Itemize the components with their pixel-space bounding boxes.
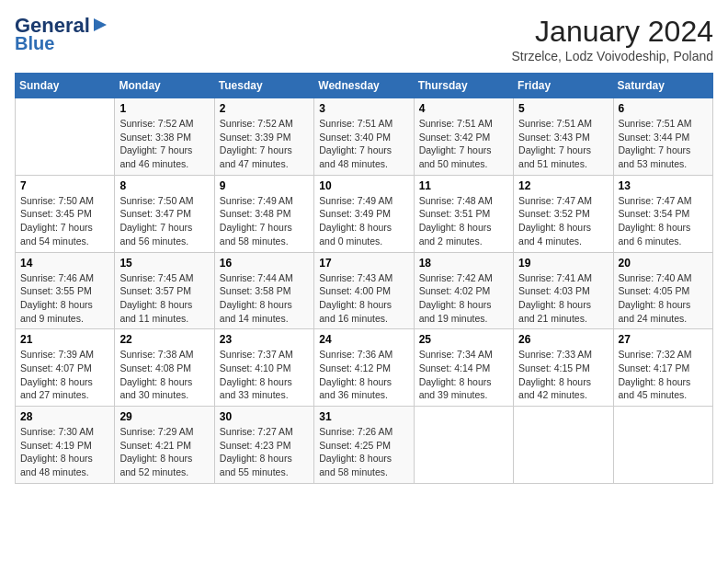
day-number: 26 xyxy=(518,333,608,346)
calendar-cell: 14Sunrise: 7:46 AMSunset: 3:55 PMDayligh… xyxy=(16,252,115,329)
calendar-cell xyxy=(613,407,712,484)
calendar-cell: 29Sunrise: 7:29 AMSunset: 4:21 PMDayligh… xyxy=(115,407,214,484)
location: Strzelce, Lodz Voivodeship, Poland xyxy=(512,49,713,63)
weekday-header-monday: Monday xyxy=(115,74,214,98)
calendar-cell: 6Sunrise: 7:51 AMSunset: 3:44 PMDaylight… xyxy=(613,98,712,176)
calendar-cell: 16Sunrise: 7:44 AMSunset: 3:58 PMDayligh… xyxy=(214,252,313,329)
calendar-cell: 13Sunrise: 7:47 AMSunset: 3:54 PMDayligh… xyxy=(613,175,712,252)
day-number: 7 xyxy=(20,179,109,192)
day-number: 14 xyxy=(20,257,109,270)
calendar-cell: 2Sunrise: 7:52 AMSunset: 3:39 PMDaylight… xyxy=(214,98,313,176)
calendar-cell: 18Sunrise: 7:42 AMSunset: 4:02 PMDayligh… xyxy=(414,252,513,329)
day-info: Sunrise: 7:27 AMSunset: 4:23 PMDaylight:… xyxy=(220,425,309,479)
calendar-cell xyxy=(16,98,115,176)
day-info: Sunrise: 7:52 AMSunset: 3:39 PMDaylight:… xyxy=(220,117,309,171)
logo-icon xyxy=(92,17,108,33)
calendar-cell: 24Sunrise: 7:36 AMSunset: 4:12 PMDayligh… xyxy=(314,329,414,407)
day-number: 18 xyxy=(419,257,508,270)
day-number: 11 xyxy=(419,179,508,192)
day-number: 4 xyxy=(419,102,508,115)
day-info: Sunrise: 7:38 AMSunset: 4:08 PMDaylight:… xyxy=(119,348,209,402)
day-info: Sunrise: 7:39 AMSunset: 4:07 PMDaylight:… xyxy=(20,348,109,402)
weekday-header-sunday: Sunday xyxy=(16,74,115,98)
calendar-cell: 26Sunrise: 7:33 AMSunset: 4:15 PMDayligh… xyxy=(514,329,613,407)
svg-marker-0 xyxy=(94,18,107,31)
calendar-cell: 28Sunrise: 7:30 AMSunset: 4:19 PMDayligh… xyxy=(16,407,115,484)
day-info: Sunrise: 7:43 AMSunset: 4:00 PMDaylight:… xyxy=(319,271,408,326)
day-info: Sunrise: 7:51 AMSunset: 3:43 PMDaylight:… xyxy=(518,117,608,171)
calendar-cell: 17Sunrise: 7:43 AMSunset: 4:00 PMDayligh… xyxy=(314,252,414,329)
day-number: 16 xyxy=(220,257,309,270)
day-number: 23 xyxy=(220,333,309,346)
day-number: 5 xyxy=(518,102,608,115)
day-info: Sunrise: 7:47 AMSunset: 3:52 PMDaylight:… xyxy=(518,194,608,248)
day-info: Sunrise: 7:37 AMSunset: 4:10 PMDaylight:… xyxy=(220,348,309,402)
weekday-header-row: SundayMondayTuesdayWednesdayThursdayFrid… xyxy=(16,74,713,98)
day-number: 15 xyxy=(119,257,209,270)
day-info: Sunrise: 7:40 AMSunset: 4:05 PMDaylight:… xyxy=(619,271,708,326)
calendar-cell: 10Sunrise: 7:49 AMSunset: 3:49 PMDayligh… xyxy=(314,175,414,252)
day-info: Sunrise: 7:49 AMSunset: 3:49 PMDaylight:… xyxy=(319,194,408,248)
day-number: 22 xyxy=(119,333,209,346)
weekday-header-thursday: Thursday xyxy=(414,74,513,98)
day-info: Sunrise: 7:30 AMSunset: 4:19 PMDaylight:… xyxy=(20,425,109,479)
day-info: Sunrise: 7:33 AMSunset: 4:15 PMDaylight:… xyxy=(518,348,608,402)
calendar-cell: 23Sunrise: 7:37 AMSunset: 4:10 PMDayligh… xyxy=(214,329,313,407)
day-number: 29 xyxy=(119,410,209,423)
day-info: Sunrise: 7:44 AMSunset: 3:58 PMDaylight:… xyxy=(220,271,309,326)
day-info: Sunrise: 7:34 AMSunset: 4:14 PMDaylight:… xyxy=(419,348,508,402)
day-number: 25 xyxy=(419,333,508,346)
weekday-header-wednesday: Wednesday xyxy=(314,74,414,98)
calendar-cell: 22Sunrise: 7:38 AMSunset: 4:08 PMDayligh… xyxy=(115,329,214,407)
day-number: 20 xyxy=(619,257,708,270)
day-info: Sunrise: 7:50 AMSunset: 3:45 PMDaylight:… xyxy=(20,194,109,248)
calendar-cell: 5Sunrise: 7:51 AMSunset: 3:43 PMDaylight… xyxy=(514,98,613,176)
day-info: Sunrise: 7:51 AMSunset: 3:44 PMDaylight:… xyxy=(619,117,708,171)
day-number: 8 xyxy=(119,179,209,192)
day-info: Sunrise: 7:41 AMSunset: 4:03 PMDaylight:… xyxy=(518,271,608,326)
day-number: 9 xyxy=(220,179,309,192)
month-title: January 2024 xyxy=(512,15,713,49)
day-info: Sunrise: 7:42 AMSunset: 4:02 PMDaylight:… xyxy=(419,271,508,326)
calendar-week-1: 1Sunrise: 7:52 AMSunset: 3:38 PMDaylight… xyxy=(16,98,713,176)
day-number: 12 xyxy=(518,179,608,192)
day-number: 1 xyxy=(119,102,209,115)
day-info: Sunrise: 7:50 AMSunset: 3:47 PMDaylight:… xyxy=(119,194,209,248)
day-number: 28 xyxy=(20,410,109,423)
day-number: 19 xyxy=(518,257,608,270)
calendar-cell: 3Sunrise: 7:51 AMSunset: 3:40 PMDaylight… xyxy=(314,98,414,176)
calendar-cell: 4Sunrise: 7:51 AMSunset: 3:42 PMDaylight… xyxy=(414,98,513,176)
day-info: Sunrise: 7:32 AMSunset: 4:17 PMDaylight:… xyxy=(619,348,708,402)
day-number: 17 xyxy=(319,257,408,270)
day-info: Sunrise: 7:51 AMSunset: 3:40 PMDaylight:… xyxy=(319,117,408,171)
day-number: 30 xyxy=(220,410,309,423)
day-number: 6 xyxy=(619,102,708,115)
calendar-cell: 25Sunrise: 7:34 AMSunset: 4:14 PMDayligh… xyxy=(414,329,513,407)
day-info: Sunrise: 7:48 AMSunset: 3:51 PMDaylight:… xyxy=(419,194,508,248)
day-number: 31 xyxy=(319,410,408,423)
day-info: Sunrise: 7:47 AMSunset: 3:54 PMDaylight:… xyxy=(619,194,708,248)
calendar-cell: 7Sunrise: 7:50 AMSunset: 3:45 PMDaylight… xyxy=(16,175,115,252)
logo-blue: Blue xyxy=(15,33,54,53)
day-info: Sunrise: 7:36 AMSunset: 4:12 PMDaylight:… xyxy=(319,348,408,402)
weekday-header-tuesday: Tuesday xyxy=(214,74,313,98)
title-block: January 2024 Strzelce, Lodz Voivodeship,… xyxy=(512,15,713,63)
day-number: 21 xyxy=(20,333,109,346)
day-number: 24 xyxy=(319,333,408,346)
calendar-cell: 9Sunrise: 7:49 AMSunset: 3:48 PMDaylight… xyxy=(214,175,313,252)
calendar-cell: 1Sunrise: 7:52 AMSunset: 3:38 PMDaylight… xyxy=(115,98,214,176)
calendar-week-4: 21Sunrise: 7:39 AMSunset: 4:07 PMDayligh… xyxy=(16,329,713,407)
calendar-cell: 19Sunrise: 7:41 AMSunset: 4:03 PMDayligh… xyxy=(514,252,613,329)
calendar-cell xyxy=(414,407,513,484)
day-info: Sunrise: 7:49 AMSunset: 3:48 PMDaylight:… xyxy=(220,194,309,248)
day-info: Sunrise: 7:46 AMSunset: 3:55 PMDaylight:… xyxy=(20,271,109,326)
day-info: Sunrise: 7:52 AMSunset: 3:38 PMDaylight:… xyxy=(119,117,209,171)
logo: General Blue xyxy=(15,15,108,53)
calendar-cell: 21Sunrise: 7:39 AMSunset: 4:07 PMDayligh… xyxy=(16,329,115,407)
calendar-cell: 11Sunrise: 7:48 AMSunset: 3:51 PMDayligh… xyxy=(414,175,513,252)
calendar-cell: 12Sunrise: 7:47 AMSunset: 3:52 PMDayligh… xyxy=(514,175,613,252)
day-info: Sunrise: 7:45 AMSunset: 3:57 PMDaylight:… xyxy=(119,271,209,326)
page-header: General Blue January 2024 Strzelce, Lodz… xyxy=(15,15,713,63)
day-number: 13 xyxy=(619,179,708,192)
calendar-cell: 8Sunrise: 7:50 AMSunset: 3:47 PMDaylight… xyxy=(115,175,214,252)
